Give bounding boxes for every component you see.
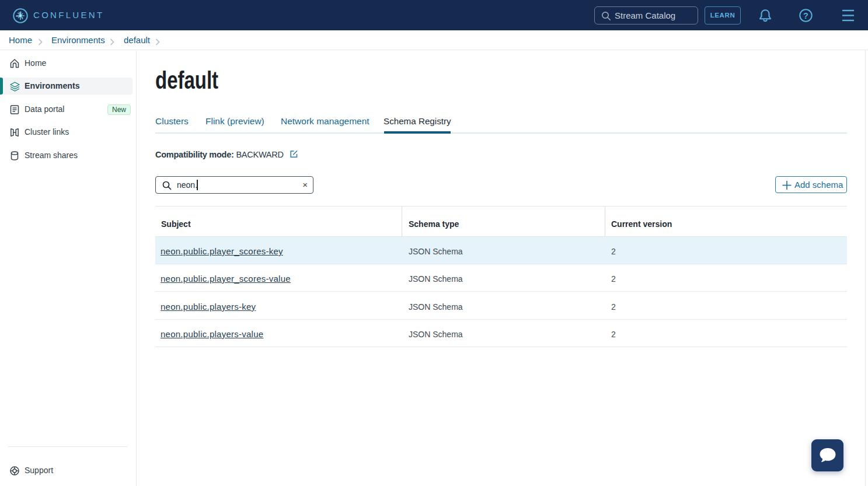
svg-text:?: ? (803, 11, 808, 20)
